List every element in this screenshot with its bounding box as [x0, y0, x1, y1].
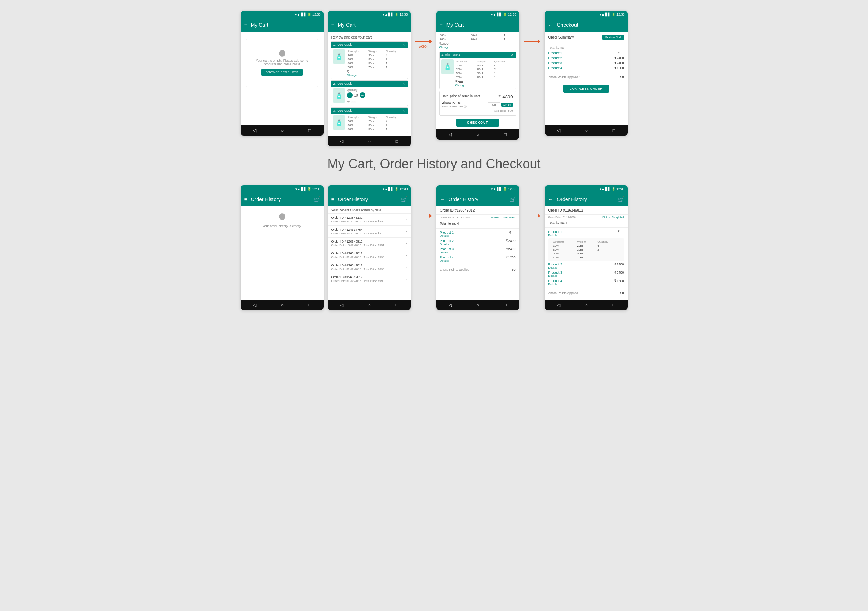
- cart-icon-8[interactable]: 🛒: [618, 196, 624, 202]
- details-link-8-2[interactable]: Details: [549, 266, 563, 269]
- menu-icon-3[interactable]: ≡: [440, 22, 443, 28]
- content-5: i Your order history is empty.: [241, 206, 324, 300]
- info-icon: i: [279, 50, 285, 57]
- status-bar-5: ▾▲ ▋▋ 🔋 12:30: [241, 185, 324, 193]
- nav-bar-3: ◁ ○ □: [436, 129, 519, 140]
- details-link-2[interactable]: Details: [440, 243, 454, 246]
- menu-icon-6[interactable]: ≡: [332, 196, 334, 202]
- order-item-1[interactable]: Order ID #123846132 Order Date 31-12-201…: [328, 214, 411, 225]
- order-item-5[interactable]: Order ID #126349812 Order Date 31-12-201…: [328, 261, 411, 273]
- chevron-icon-2: ›: [406, 229, 407, 234]
- recent-nav[interactable]: □: [612, 302, 615, 308]
- product-img-2: 🧴: [333, 88, 345, 103]
- back-icon-7[interactable]: ←: [440, 196, 445, 202]
- menu-icon-5[interactable]: ≡: [244, 196, 247, 202]
- status-bar-2: ▾▲ ▋▋ 🔋 12:30: [328, 11, 411, 18]
- menu-icon-2[interactable]: ≡: [332, 22, 334, 28]
- zhora-row-8: Zhora Points applied . 50: [545, 290, 628, 296]
- scroll-arrow: Scroll: [415, 40, 432, 48]
- review-cart-button[interactable]: Review Cart: [603, 34, 624, 40]
- status-bar-4: ▾▲ ▋▋ 🔋 12:30: [545, 11, 628, 18]
- order-item-4[interactable]: Order ID #126349812 Order Date 31-12-201…: [328, 249, 411, 261]
- chevron-icon-4: ›: [406, 253, 407, 258]
- chevron-icon-6: ›: [406, 277, 407, 281]
- recent-nav[interactable]: □: [308, 302, 311, 308]
- remove-icon-4[interactable]: ✕: [511, 53, 514, 57]
- phone-1-empty-cart: ▾▲ ▋▋ 🔋 12:30 ≡ My Cart i Your cart is e…: [241, 11, 324, 135]
- empty-cart-box: i Your cart is empty. Please add some pr…: [246, 39, 318, 87]
- browse-products-button[interactable]: BROWSE PRODUCTS: [261, 69, 302, 76]
- phone-3-cart-scroll: ▾▲ ▋▋ 🔋 12:30 ≡ My Cart 50%50ml1 70%70ml…: [436, 11, 519, 140]
- home-nav[interactable]: ○: [281, 128, 284, 133]
- order-id-title-8: Order ID #126349812: [545, 206, 628, 215]
- home-nav[interactable]: ○: [585, 302, 587, 308]
- home-nav[interactable]: ○: [368, 139, 371, 144]
- home-nav[interactable]: ○: [477, 302, 479, 308]
- details-link-8-4[interactable]: Details: [549, 283, 563, 286]
- details-link-3[interactable]: Details: [440, 251, 454, 254]
- cart-icon-5[interactable]: 🛒: [314, 196, 320, 202]
- product-1-detail-expanded: StrengthWeightQuantity 20%20ml4 30%30ml2…: [549, 238, 624, 261]
- product-img-3: 🧴: [333, 115, 345, 130]
- details-link-8-3[interactable]: Details: [549, 274, 563, 278]
- zhora-row-7: Zhora Points applied . 50: [436, 266, 519, 273]
- home-nav[interactable]: ○: [281, 302, 284, 308]
- remove-icon-2[interactable]: ✕: [403, 82, 405, 86]
- content-4: Order Summary Review Cart Total items Pr…: [545, 32, 628, 126]
- home-nav[interactable]: ○: [477, 132, 479, 137]
- arrow-3: [415, 214, 432, 218]
- product-4-row-8: Product 4 Details ₹1200: [545, 278, 628, 286]
- back-nav[interactable]: ◁: [340, 139, 343, 144]
- back-nav[interactable]: ◁: [557, 128, 560, 133]
- qty-minus-btn[interactable]: −: [360, 92, 365, 98]
- recent-nav[interactable]: □: [504, 132, 507, 137]
- cart-icon-6[interactable]: 🛒: [401, 196, 407, 202]
- remove-icon-1[interactable]: ✕: [403, 43, 405, 47]
- product-detail-2: Product 2 Details ₹2400: [436, 238, 519, 247]
- order-item-2[interactable]: Order ID #124314754 Order Date 24-12-201…: [328, 225, 411, 238]
- content-6: Your Recent Orders sorted by date Order …: [328, 206, 411, 300]
- qty-plus-btn[interactable]: +: [347, 92, 353, 98]
- details-link-4[interactable]: Details: [440, 259, 454, 263]
- back-nav[interactable]: ◁: [253, 128, 256, 133]
- back-icon-8[interactable]: ←: [549, 196, 553, 202]
- back-nav[interactable]: ◁: [449, 302, 452, 308]
- recent-nav[interactable]: □: [308, 128, 311, 133]
- checkout-button[interactable]: CHECKOUT: [456, 118, 499, 126]
- order-item-3[interactable]: Order ID #126349812 Order Date 18-12-201…: [328, 238, 411, 249]
- menu-icon[interactable]: ≡: [244, 22, 247, 28]
- cart-icon-7[interactable]: 🛒: [510, 196, 516, 202]
- recent-nav[interactable]: □: [504, 302, 507, 308]
- apply-button[interactable]: APPLY: [501, 103, 513, 107]
- product-img-1: 🧴: [333, 50, 345, 64]
- app-bar-3: ≡ My Cart: [436, 18, 519, 32]
- back-nav[interactable]: ◁: [449, 132, 452, 137]
- recent-nav[interactable]: □: [612, 128, 615, 133]
- back-nav[interactable]: ◁: [557, 302, 560, 308]
- product-3-row-8: Product 3 Details ₹2400: [545, 270, 628, 278]
- cart-item-3: 3. Aloe Mask ✕ 🧴 StrengthWeightQuantity …: [331, 107, 408, 134]
- home-nav[interactable]: ○: [585, 128, 587, 133]
- order-item-6[interactable]: Order ID #126349812 Order Date 31-12-201…: [328, 273, 411, 285]
- product-1-expanded-row: Product 1 Details ₹ —: [545, 229, 628, 238]
- app-bar-5: ≡ Order History 🛒: [241, 193, 324, 206]
- chevron-icon-3: ›: [406, 241, 407, 246]
- order-id-title: Order ID #126349812: [436, 206, 519, 215]
- page-title: My Cart, Order History and Checkout: [11, 146, 857, 182]
- back-nav[interactable]: ◁: [340, 302, 343, 308]
- recent-nav[interactable]: □: [395, 302, 398, 308]
- recent-nav[interactable]: □: [395, 139, 398, 144]
- arrow-2: [524, 40, 541, 43]
- details-link-exp-1[interactable]: Details: [549, 233, 563, 237]
- order-summary-title: Order Summary: [549, 35, 574, 39]
- details-link-1[interactable]: Details: [440, 234, 454, 238]
- phone-6-order-list: ▾▲ ▋▋ 🔋 12:30 ≡ Order History 🛒 Your Rec…: [328, 185, 411, 310]
- back-icon-4[interactable]: ←: [549, 22, 553, 28]
- complete-order-button[interactable]: COMPLETE ORDER: [563, 85, 609, 93]
- home-nav[interactable]: ○: [368, 302, 371, 308]
- phone-5-empty-orders: ▾▲ ▋▋ 🔋 12:30 ≡ Order History 🛒 i Your o…: [241, 185, 324, 310]
- back-nav[interactable]: ◁: [253, 302, 256, 308]
- zhora-points-input[interactable]: [488, 103, 500, 107]
- info-icon-5: i: [279, 213, 285, 220]
- remove-icon-3[interactable]: ✕: [403, 109, 405, 112]
